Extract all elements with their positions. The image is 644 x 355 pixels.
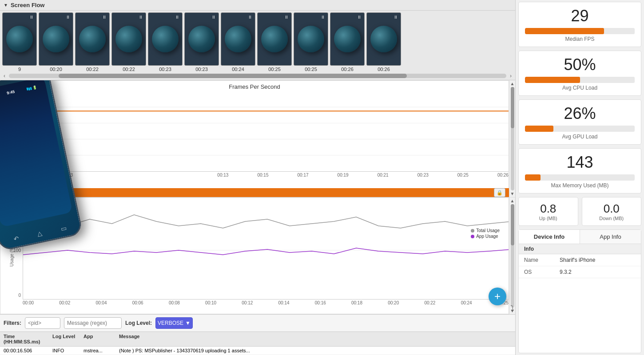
median-fps-bar-container [525, 28, 635, 34]
filmstrip-thumb-0[interactable]: ⏸ 9 [2, 12, 37, 72]
filmstrip-planet-0 [6, 26, 33, 52]
app-usage-dot [471, 235, 474, 238]
load-y-0: 0 [18, 293, 21, 298]
filmstrip-pause-9: ⏸ [357, 15, 362, 20]
filmstrip-thumb-time-4: 00:23 [159, 67, 171, 72]
fps-x-00:17: 00:17 [298, 173, 309, 178]
load-x-00:24: 00:24 [461, 300, 472, 305]
load-x-00:10: 00:10 [205, 300, 216, 305]
network-down-value: 0.0 [586, 202, 638, 216]
load-y-200: 200 [13, 203, 21, 208]
max-memory-value: 143 [525, 153, 635, 172]
log-row[interactable]: 00:00:16.506 INFO mstrea... (Note ) PS: … [0, 347, 515, 355]
expand-icon[interactable]: ⤵ [510, 304, 514, 313]
filmstrip-thumb-4[interactable]: ⏸ 00:23 [147, 12, 183, 72]
info-content: Info Name Sharif's iPhone OS 9.3.2 [519, 244, 641, 353]
filmstrip-thumb-img-3: ⏸ [111, 12, 146, 66]
log-level-label: Log Level: [125, 320, 152, 326]
filmstrip-pause-3: ⏸ [139, 15, 143, 20]
filmstrip-thumb-9[interactable]: ⏸ 00:26 [330, 12, 365, 72]
fps-scroll-track[interactable] [511, 87, 514, 190]
log-level-select[interactable]: VERBOSE ▼ [155, 317, 193, 329]
filmstrip-scrollbar: ‹ › [0, 72, 515, 80]
filmstrip-scroll[interactable]: ⏸ 9 ⏸ 00:20 ⏸ 00:22 ⏸ 00:22 ⏸ [0, 11, 515, 72]
filmstrip-pause-5: ⏸ [211, 15, 216, 20]
filmstrip-thumb-1[interactable]: ⏸ 00:20 [38, 12, 74, 72]
fps-x-00:13: 00:13 [217, 173, 228, 178]
filmstrip-planet-3 [115, 26, 142, 52]
log-header-level: Log Level [49, 334, 80, 344]
message-filter-input[interactable] [64, 317, 122, 329]
scroll-right-arrow[interactable]: › [508, 73, 513, 79]
filmstrip-thumb-img-8: ⏸ [294, 12, 328, 66]
scrubber-track[interactable] [4, 189, 491, 196]
lock-button[interactable]: 🔒 [494, 188, 505, 197]
fps-scroll-down[interactable]: ▼ [510, 191, 515, 196]
load-x-00:08: 00:08 [169, 300, 180, 305]
filmstrip-thumb-time-7: 00:25 [268, 67, 281, 72]
fps-y-tick-10: 10 [15, 147, 20, 152]
load-x-00:02: 00:02 [59, 300, 70, 305]
load-scroll-thumb [511, 204, 514, 245]
filmstrip-scroll-thumb [59, 74, 407, 78]
filmstrip-pause-0: ⏸ [29, 15, 34, 20]
pid-filter-input[interactable] [25, 317, 60, 329]
info-name-key: Name [524, 257, 560, 263]
filmstrip-thumb-time-10: 00:26 [378, 67, 390, 72]
fps-x-00:21: 00:21 [378, 173, 389, 178]
fps-chart-main: Frames Per Second 40 30 20 10 0 [0, 80, 509, 197]
fps-chart-plot [22, 91, 509, 172]
filmstrip-thumb-2[interactable]: ⏸ 00:22 [75, 12, 110, 72]
filmstrip-thumb-8[interactable]: ⏸ 00:25 [293, 12, 329, 72]
tab-app-info[interactable]: App Info [580, 230, 641, 244]
add-button[interactable]: + [489, 288, 506, 305]
load-x-00:20: 00:20 [388, 300, 399, 305]
load-chart-scrollbar: ▲ ▼ ⤵ [509, 197, 515, 314]
median-fps-block: 29 Median FPS [518, 2, 641, 47]
filters-bar: Filters: Log Level: VERBOSE ▼ [0, 314, 515, 331]
log-table-header: Time (HH:MM:SS.ms) Log Level App Message [0, 332, 515, 347]
filmstrip-planet-7 [261, 26, 288, 52]
filmstrip-thumb-img-5: ⏸ [184, 12, 219, 66]
avg-gpu-bar [525, 126, 553, 132]
avg-cpu-bar-container [525, 77, 635, 83]
fps-y-tick-0: 0 [17, 165, 20, 170]
avg-gpu-block: 26% Avg GPU Load [518, 99, 641, 145]
filters-label: Filters: [4, 320, 21, 326]
network-up-value: 0.8 [522, 202, 574, 216]
fps-y-tick-20: 20 [15, 129, 20, 134]
max-memory-label: Max Memory Used (MB) [525, 182, 635, 189]
filmstrip-pause-1: ⏸ [66, 15, 70, 20]
filmstrip-pause-2: ⏸ [102, 15, 107, 20]
avg-gpu-label: Avg GPU Load [525, 134, 635, 140]
max-memory-bar [525, 174, 541, 181]
filmstrip-thumb-7[interactable]: ⏸ 00:25 [257, 12, 292, 72]
load-chart-container: Usage (%) 200 100 0 [0, 197, 509, 314]
log-cell-time: 00:00:16.506 [0, 348, 49, 353]
filmstrip-thumb-time-0: 9 [18, 67, 21, 72]
load-scroll-track[interactable] [511, 204, 514, 308]
network-row: 0.8 Up (MB) 0.0 Down (MB) [518, 197, 641, 226]
filmstrip-thumb-10[interactable]: ⏸ 00:26 [366, 12, 402, 72]
filmstrip-thumb-5[interactable]: ⏸ 00:23 [184, 12, 219, 72]
fps-x-00:03: 00:03 [62, 173, 73, 178]
filmstrip-thumb-6[interactable]: ⏸ 00:24 [220, 12, 256, 72]
filmstrip-pause-7: ⏸ [284, 15, 289, 20]
filmstrip-scroll-track[interactable] [9, 74, 506, 78]
info-tabs: Device Info App Info [519, 230, 641, 244]
tab-device-info[interactable]: Device Info [519, 230, 580, 244]
collapse-triangle: ▼ [4, 3, 8, 8]
load-y-label: Usage (%) [9, 245, 14, 266]
fps-scroll-up[interactable]: ▲ [510, 81, 515, 86]
load-x-00:06: 00:06 [132, 300, 143, 305]
median-fps-label: Median FPS [525, 36, 635, 42]
fps-x-00:23: 00:23 [417, 173, 429, 178]
load-scroll-up[interactable]: ▲ [510, 198, 515, 203]
info-os-key: OS [524, 269, 560, 275]
total-usage-legend: Total Usage [471, 228, 500, 233]
filmstrip-thumb-3[interactable]: ⏸ 00:22 [111, 12, 147, 72]
timeline-scrubber[interactable]: 🔒 [0, 188, 509, 197]
screen-flow-header[interactable]: ▼ Screen Flow [0, 0, 515, 11]
fps-chart-title: Frames Per Second [0, 81, 509, 91]
scroll-left-arrow[interactable]: ‹ [2, 73, 7, 79]
